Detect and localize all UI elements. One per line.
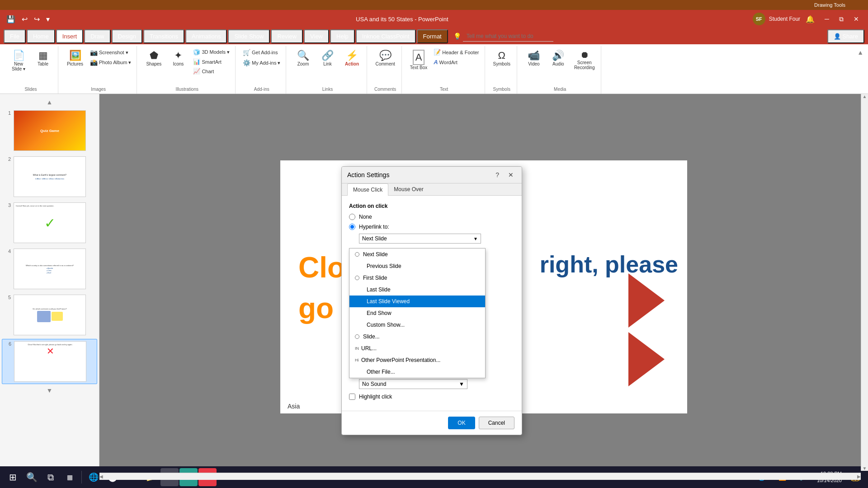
new-slide-button[interactable]: 📄 NewSlide ▾ xyxy=(7,48,30,73)
menu-insert[interactable]: Insert xyxy=(56,29,84,43)
customize-button[interactable]: ▾ xyxy=(44,14,52,24)
action-button[interactable]: ⚡ Action xyxy=(340,48,363,68)
menu-animations[interactable]: Animations xyxy=(185,29,227,43)
screenshot-button[interactable]: 📷 Screenshot ▾ xyxy=(88,48,133,57)
checkbox-highlight[interactable] xyxy=(349,394,355,400)
header-footer-button[interactable]: 📝 Header & Footer xyxy=(432,48,481,56)
get-addins-button[interactable]: 🛒 Get Add-ins xyxy=(241,48,279,57)
video-button[interactable]: 📹 Video xyxy=(523,48,545,68)
item-label-first-slide: First Slide xyxy=(363,275,387,281)
radio-hyperlink[interactable] xyxy=(349,224,355,230)
menu-review[interactable]: Review xyxy=(271,29,303,43)
dropdown-item-url[interactable]: IN URL... xyxy=(349,343,485,354)
radio-none[interactable] xyxy=(349,214,355,220)
ribbon-group-illus-label: Illustrations xyxy=(175,85,198,92)
photo-album-button[interactable]: 📸 Photo Album ▾ xyxy=(88,58,133,67)
table-button[interactable]: ▦ Table xyxy=(32,48,54,68)
symbols-button[interactable]: Ω Symbols xyxy=(491,48,513,68)
vertical-scrollbar[interactable]: ▲ ▼ xyxy=(861,94,868,471)
horizontal-scrollbar[interactable]: ◀ ▶ xyxy=(99,473,861,480)
menu-draw[interactable]: Draw xyxy=(84,29,110,43)
dropdown-item-previous-slide[interactable]: Previous Slide xyxy=(349,260,485,272)
undo-button[interactable]: ↩ xyxy=(20,14,29,24)
start-button[interactable]: ⊞ xyxy=(4,468,22,486)
audio-button[interactable]: 🔊 Audio xyxy=(547,48,570,68)
menu-home[interactable]: Home xyxy=(27,29,55,43)
pictures-button[interactable]: 🖼️ Pictures xyxy=(64,48,86,68)
menu-transitions[interactable]: Transitions xyxy=(143,29,184,43)
dropdown-item-last-slide[interactable]: Last Slide xyxy=(349,284,485,296)
save-button[interactable]: 💾 xyxy=(5,14,17,24)
minimize-button[interactable]: ─ xyxy=(820,14,834,25)
taskbar-divider-1 xyxy=(81,471,82,483)
text-box-button[interactable]: A Text Box xyxy=(407,48,430,72)
dropdown-item-end-show[interactable]: End Show xyxy=(349,307,485,319)
slide-thumb-3[interactable]: 3 ✓ Correct! Nice job, move on to the ne… xyxy=(2,201,97,245)
dropdown-item-custom-show[interactable]: Custom Show... xyxy=(349,319,485,331)
slide-thumb-6[interactable]: 6 Close! But that's not right, please go… xyxy=(2,339,97,384)
dropdown-item-next-slide[interactable]: Next Slide xyxy=(349,249,485,260)
dialog-close-button[interactable]: ✕ xyxy=(505,170,516,179)
dialog-help-button[interactable]: ? xyxy=(493,170,502,179)
checkbox-highlight-label: Highlight click xyxy=(359,394,392,400)
menu-slideshow[interactable]: Slide Show xyxy=(228,29,270,43)
item-label-slide: Slide... xyxy=(363,333,380,340)
panel-scroll-up[interactable]: ▲ xyxy=(46,98,54,107)
wordart-button[interactable]: A WordArt xyxy=(432,58,481,66)
dropdown-item-other-ppt[interactable]: Hi Other PowerPoint Presentation... xyxy=(349,354,485,366)
item-label-next-slide: Next Slide xyxy=(363,251,388,258)
dialog-cancel-button[interactable]: Cancel xyxy=(479,417,514,429)
item-label-last-slide: Last Slide xyxy=(367,286,391,293)
menu-view[interactable]: View xyxy=(304,29,329,43)
menu-format[interactable]: Format xyxy=(417,29,448,43)
slide-thumb-2[interactable]: 2 What is Earth's largest continent? ● A… xyxy=(2,155,97,199)
tab-mouse-over[interactable]: Mouse Over xyxy=(388,183,429,195)
redo-button[interactable]: ↪ xyxy=(32,14,42,24)
slide-img-4: Which country is also sometimes referred… xyxy=(14,249,86,289)
dropdown-item-slide[interactable]: Slide... xyxy=(349,331,485,343)
search-button[interactable]: 🔍 xyxy=(23,468,41,486)
screen-recording-button[interactable]: ⏺ ScreenRecording xyxy=(571,48,598,72)
ribbon: 📄 NewSlide ▾ ▦ Table Slides 🖼️ Pictures … xyxy=(0,44,868,94)
ribbon-group-images-label: Images xyxy=(91,85,106,92)
dropdown-item-other-file[interactable]: Other File... xyxy=(349,366,485,378)
3d-models-button[interactable]: 🧊 3D Models ▾ xyxy=(191,48,231,56)
dropdown-list: Next Slide Previous Slide First Slide xyxy=(349,248,486,378)
play-sound-dropdown[interactable]: No Sound ▼ xyxy=(359,379,467,389)
shapes-button[interactable]: ⬟ Shapes xyxy=(142,48,165,68)
zoom-button[interactable]: 🔍 Zoom xyxy=(292,48,314,68)
dialog-ok-button[interactable]: OK xyxy=(448,417,475,429)
slide-thumb-5[interactable]: 5 On which continent could you find Fran… xyxy=(2,293,97,337)
dropdown-item-first-slide[interactable]: First Slide xyxy=(349,272,485,284)
widgets-button[interactable]: ▦ xyxy=(61,468,79,486)
ribbon-collapse-arrow[interactable]: ▲ xyxy=(856,48,864,57)
title-bar: 💾 ↩ ↪ ▾ USA and its 50 States - PowerPoi… xyxy=(0,10,868,28)
hyperlink-dropdown[interactable]: Next Slide ▼ xyxy=(359,234,481,244)
restore-button[interactable]: ⧉ xyxy=(835,14,848,25)
icons-button[interactable]: ✦ Icons xyxy=(167,48,189,68)
drawing-tools-label: Drawing Tools xyxy=(814,2,845,8)
menu-file[interactable]: File xyxy=(4,29,26,43)
smartart-button[interactable]: 📊 SmartArt xyxy=(191,57,231,66)
chart-button[interactable]: 📈 Chart xyxy=(191,67,231,75)
item-radio-first-slide xyxy=(355,276,359,280)
menu-design[interactable]: Design xyxy=(112,29,142,43)
link-button[interactable]: 🔗 Link xyxy=(316,48,339,68)
item-label-custom-show: Custom Show... xyxy=(367,322,405,328)
panel-scroll-down[interactable]: ▼ xyxy=(46,386,54,395)
dropdown-item-last-slide-viewed[interactable]: Last Slide Viewed xyxy=(349,296,485,307)
slide-num-3: 3 xyxy=(4,202,11,208)
slide-thumb-1[interactable]: 1 Quiz Game xyxy=(2,108,97,153)
tab-mouse-click[interactable]: Mouse Click xyxy=(347,183,388,196)
dialog-tabs: Mouse Click Mouse Over xyxy=(342,183,522,196)
my-addins-button[interactable]: ⚙️ My Add-ins ▾ xyxy=(241,58,282,67)
close-button[interactable]: ✕ xyxy=(849,14,863,25)
ribbon-collapse-button[interactable]: 🔔 xyxy=(804,14,816,24)
slide-thumb-4[interactable]: 4 Which country is also sometimes referr… xyxy=(2,247,97,291)
menu-inknoe[interactable]: Inknoe ClassPoint xyxy=(356,29,416,43)
tell-me-input[interactable] xyxy=(463,31,553,42)
share-button[interactable]: 👤 Share xyxy=(827,29,864,43)
comment-button[interactable]: 💬 Comment xyxy=(373,48,397,68)
task-view-button[interactable]: ⧉ xyxy=(42,468,60,486)
menu-help[interactable]: Help xyxy=(330,29,355,43)
